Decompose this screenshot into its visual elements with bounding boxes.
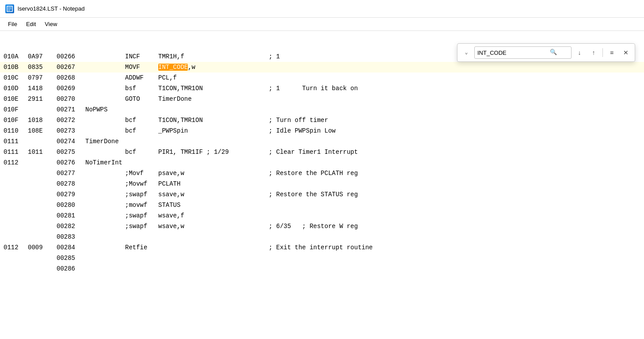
lineno-col: 00283	[57, 232, 85, 242]
instr-col: ;Movf	[125, 169, 158, 178]
addr-col: 010A	[4, 52, 28, 61]
addr-col: 010D	[4, 84, 28, 93]
comment-col: ; 6/35 ; Restore W reg	[269, 222, 358, 231]
addr-col: 010F	[4, 105, 28, 114]
find-toolbar: ⌄ 🔍 ↓ ↑ ≡ ✕	[457, 43, 635, 62]
operand-col: PCL,f	[158, 73, 269, 83]
lineno-col: 00275	[57, 148, 85, 157]
title-bar: lservo1824.LST - Notepad	[0, 0, 644, 18]
table-row: 011100274TimerDone	[0, 136, 644, 147]
operand-col: wsave,w	[158, 222, 269, 231]
comment-col: ; Restore the PCLATH reg	[269, 169, 358, 178]
app-icon	[5, 4, 14, 13]
lineno-col: 00271	[57, 105, 85, 114]
operand-col: ssave,w	[158, 190, 269, 199]
lineno-col: 00269	[57, 84, 85, 93]
lineno-col: 00279	[57, 190, 85, 199]
label-col: TimerDone	[85, 137, 125, 146]
lineno-col: 00273	[57, 126, 85, 136]
instr-col: ;swapf	[125, 211, 158, 221]
operand-col: TMR1H,f	[158, 52, 269, 61]
lineno-col: 00266	[57, 52, 85, 61]
data-col: 0A97	[28, 52, 57, 61]
find-input[interactable]	[477, 50, 548, 56]
menu-view[interactable]: View	[40, 19, 61, 29]
code-container: 010A0A9700266INCFTMR1H,f; 1010B083500267…	[0, 33, 644, 274]
close-icon: ✕	[623, 49, 629, 56]
addr-col: 010F	[4, 116, 28, 125]
arrow-down-icon: ↓	[578, 49, 581, 56]
menu-bar: File Edit View	[0, 18, 644, 31]
table-row: 010E291100270GOTOTimerDone	[0, 94, 644, 104]
table-row: 00286	[0, 263, 644, 274]
label-col: NoPWPS	[85, 105, 125, 114]
table-row: 00281;swapfwsave,f	[0, 210, 644, 221]
table-row: 00280;movwfSTATUS	[0, 200, 644, 210]
table-row: 00282;swapfwsave,w; 6/35 ; Restore W reg	[0, 221, 644, 232]
find-dropdown-button[interactable]: ⌄	[460, 46, 473, 59]
data-col: 1418	[28, 84, 57, 93]
find-input-wrapper: 🔍	[474, 46, 572, 59]
options-icon: ≡	[610, 49, 614, 56]
comment-col: ; Restore the STATUS reg	[269, 190, 358, 199]
arrow-up-icon: ↑	[592, 49, 595, 56]
data-col: 0835	[28, 63, 57, 72]
instr-col: ADDWF	[125, 73, 158, 83]
addr-col: 0111	[4, 137, 28, 146]
instr-col: ;movwf	[125, 201, 158, 210]
comment-col: ; Idle PWPSpin Low	[269, 126, 335, 136]
data-col: 108E	[28, 126, 57, 136]
instr-col: INCF	[125, 52, 158, 61]
table-row: 010F00271NoPWPS	[0, 104, 644, 115]
lineno-col: 00272	[57, 116, 85, 125]
find-next-button[interactable]: ↓	[573, 46, 586, 59]
addr-col: 0111	[4, 148, 28, 157]
operand-col: PCLATH	[158, 179, 269, 189]
instr-col: bcf	[125, 148, 158, 157]
instr-col: GOTO	[125, 95, 158, 104]
table-row: 0110108E00273bcf_PWPSpin; Idle PWPSpin L…	[0, 126, 644, 136]
comment-col: ; Exit the interrupt routine	[269, 243, 373, 252]
table-row: 010D141800269bsfT1CON,TMR1ON; 1 Turn it …	[0, 83, 644, 94]
instr-col: MOVF	[125, 63, 158, 72]
menu-edit[interactable]: Edit	[22, 19, 40, 29]
addr-col: 010B	[4, 63, 28, 72]
addr-col: 010C	[4, 73, 28, 83]
search-icon: 🔍	[550, 48, 557, 57]
comment-col: ; 1 Turn it back on	[269, 84, 358, 93]
addr-col: 0110	[4, 126, 28, 136]
instr-col: bcf	[125, 126, 158, 136]
find-close-button[interactable]: ✕	[620, 46, 632, 59]
operand-col: wsave,f	[158, 211, 269, 221]
instr-col: ;Movwf	[125, 179, 158, 189]
chevron-down-icon: ⌄	[465, 49, 468, 57]
lineno-col: 00277	[57, 169, 85, 178]
table-row: 010C079700268ADDWFPCL,f	[0, 72, 644, 83]
data-col: 1018	[28, 116, 57, 125]
lineno-col: 00285	[57, 254, 85, 263]
operand-col: T1CON,TMR1ON	[158, 84, 269, 93]
operand-col: psave,w	[158, 169, 269, 178]
instr-col: bsf	[125, 84, 158, 93]
content-area: ⌄ 🔍 ↓ ↑ ≡ ✕ 010A0A9700266INCFTMR1H,f; 10…	[0, 31, 644, 339]
table-row: 00277;Movfpsave,w; Restore the PCLATH re…	[0, 168, 644, 179]
menu-file[interactable]: File	[4, 19, 22, 29]
comment-col: ; Turn off timer	[269, 116, 328, 125]
addr-col: 0112	[4, 158, 28, 168]
table-row: 010B083500267MOVFINT_CODE,w	[0, 62, 644, 72]
addr-col: 0112	[4, 243, 28, 252]
data-col: 1011	[28, 148, 57, 157]
lineno-col: 00274	[57, 137, 85, 146]
operand-col: _PWPSpin	[158, 126, 269, 136]
lineno-col: 00270	[57, 95, 85, 104]
lineno-col: 00281	[57, 211, 85, 221]
comment-col: ; 1	[269, 52, 280, 61]
find-options-button[interactable]: ≡	[606, 46, 618, 59]
table-row: 00283	[0, 232, 644, 242]
instr-col: bcf	[125, 116, 158, 125]
lineno-col: 00276	[57, 158, 85, 168]
find-prev-button[interactable]: ↑	[587, 46, 600, 59]
table-row: 011200276NoTimerInt	[0, 157, 644, 168]
lineno-col: 00282	[57, 222, 85, 231]
table-row: 00279;swapfssave,w; Restore the STATUS r…	[0, 189, 644, 200]
